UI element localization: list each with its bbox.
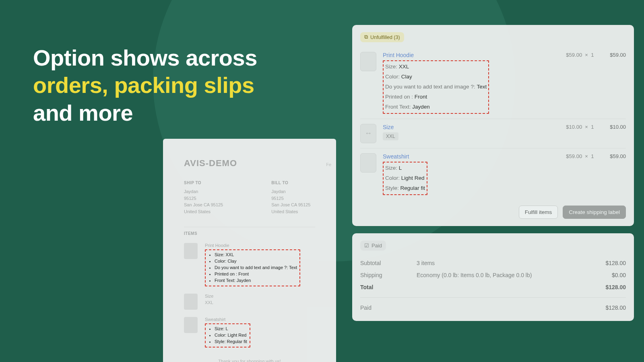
status-badge: ⧉ Unfulfilled (3) xyxy=(360,32,404,42)
totals-shipping: Shipping Economy (0.0 lb: Items 0.0 lb, … xyxy=(360,269,626,281)
line-item-name[interactable]: Print Hoodie xyxy=(383,52,559,58)
line-item-option: Do you want to add text and image ?: Tex… xyxy=(385,82,487,92)
box-icon: ⧉ xyxy=(364,34,368,40)
slip-thumb xyxy=(184,294,198,310)
create-shipping-label-button[interactable]: Create shipping label xyxy=(563,206,626,219)
slip-thumb xyxy=(184,243,198,259)
highlight-box: Size: XXLColor: ClayDo you want to add t… xyxy=(383,60,489,114)
line-item-option: Color: Light Red xyxy=(385,173,425,183)
line-item-option: Color: Clay xyxy=(385,72,487,82)
line-item-option: Size: L xyxy=(385,163,425,173)
slip-item: Print HoodieSize: XXLColor: ClayDo you w… xyxy=(184,243,315,286)
line-item-option: Size: XXL xyxy=(385,62,487,72)
slip-store-name: AVIS-DEMO xyxy=(184,158,237,169)
slip-item: SizeXXL xyxy=(184,294,315,310)
slip-item-name: Sweatshirt xyxy=(205,317,250,322)
totals-paid: Paid $128.00 xyxy=(360,302,626,314)
line-item-price: $59.00 × 1 $59.00 xyxy=(566,52,626,58)
slip-item: SweatshirtSize: LColor: Light RedStyle: … xyxy=(184,317,315,348)
totals-total: Total $128.00 xyxy=(360,281,626,293)
line-item-option: Style: Regular fit xyxy=(385,183,425,193)
slip-bill-to: BILL TO Jaydan 95125 San Jose CA 95125 U… xyxy=(271,180,310,215)
line-item-option: Front Text: Jayden xyxy=(385,102,487,112)
slip-item-name: Size xyxy=(205,294,213,298)
line-item-option: Printed on : Front xyxy=(385,92,487,102)
highlight-box: Size: LColor: Light RedStyle: Regular fi… xyxy=(205,323,250,348)
slip-date: Fe xyxy=(326,162,331,167)
slip-item-options: Size: XXLColor: ClayDo you want to add t… xyxy=(208,252,297,284)
packing-slip: AVIS-DEMO Fe SHIP TO Jaydan 95125 San Jo… xyxy=(163,139,336,362)
slip-item-options: Size: LColor: Light RedStyle: Regular fi… xyxy=(208,326,247,345)
slip-item-name: Print Hoodie xyxy=(205,243,300,248)
totals-subtotal: Subtotal 3 items $128.00 xyxy=(360,257,626,269)
slip-items-label: ITEMS xyxy=(184,231,315,236)
order-line-item: SweatshirtSize: LColor: Light RedStyle: … xyxy=(360,148,626,200)
slip-item-sub: XXL xyxy=(205,300,213,305)
unfulfilled-card: ⧉ Unfulfilled (3) Print HoodieSize: XXLC… xyxy=(352,25,634,226)
highlight-box: Size: LColor: Light RedStyle: Regular fi… xyxy=(383,162,427,195)
line-item-name[interactable]: Size xyxy=(383,124,559,130)
order-line-item: ↔SizeXXL$10.00 × 1 $10.00 xyxy=(360,119,626,148)
product-thumb xyxy=(360,153,376,173)
line-item-name[interactable]: Sweatshirt xyxy=(383,153,559,160)
line-item-price: $10.00 × 1 $10.00 xyxy=(566,124,626,130)
slip-thanks: Thank you for shopping with us! xyxy=(184,359,315,362)
product-thumb xyxy=(360,52,376,71)
fulfill-items-button[interactable]: Fulfill items xyxy=(519,206,558,219)
line-item-price: $59.00 × 1 $59.00 xyxy=(566,153,626,159)
paid-badge: ☑ Paid xyxy=(360,241,386,251)
slip-thumb xyxy=(184,317,198,333)
product-thumb: ↔ xyxy=(360,124,376,143)
order-line-item: Print HoodieSize: XXLColor: ClayDo you w… xyxy=(360,47,626,119)
variant-pill: XXL xyxy=(383,132,398,140)
highlight-box: Size: XXLColor: ClayDo you want to add t… xyxy=(205,249,300,286)
hero-heading: Option shows across orders, packing slip… xyxy=(33,44,257,127)
order-panel: ⧉ Unfulfilled (3) Print HoodieSize: XXLC… xyxy=(352,25,634,328)
check-icon: ☑ xyxy=(364,243,369,249)
paid-card: ☑ Paid Subtotal 3 items $128.00 Shipping… xyxy=(352,233,634,321)
slip-ship-to: SHIP TO Jaydan 95125 San Jose CA 95125 U… xyxy=(184,180,223,215)
